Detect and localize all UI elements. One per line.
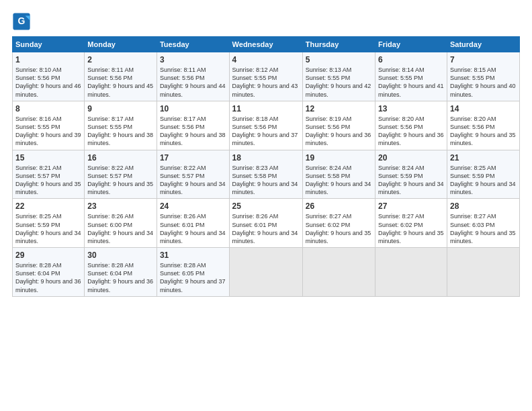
week-row-2: 8Sunrise: 8:16 AMSunset: 5:55 PMDaylight… <box>13 101 520 150</box>
calendar-cell: 11Sunrise: 8:18 AMSunset: 5:56 PMDayligh… <box>229 101 302 150</box>
calendar-cell: 18Sunrise: 8:23 AMSunset: 5:58 PMDayligh… <box>229 150 302 199</box>
header-cell-thursday: Thursday <box>302 37 375 52</box>
logo: G <box>12 12 34 31</box>
calendar-cell <box>447 248 519 297</box>
calendar-cell: 13Sunrise: 8:20 AMSunset: 5:56 PMDayligh… <box>375 101 447 150</box>
day-number: 4 <box>232 54 300 65</box>
sunrise: Sunrise: 8:28 AM <box>160 262 206 269</box>
calendar-cell: 6Sunrise: 8:14 AMSunset: 5:55 PMDaylight… <box>375 52 447 101</box>
week-row-4: 22Sunrise: 8:25 AMSunset: 5:59 PMDayligh… <box>13 199 520 248</box>
calendar-cell: 4Sunrise: 8:12 AMSunset: 5:55 PMDaylight… <box>229 52 302 101</box>
sunset: Sunset: 5:56 PM <box>160 75 205 81</box>
sunrise: Sunrise: 8:26 AM <box>87 213 134 220</box>
header-cell-friday: Friday <box>375 37 447 52</box>
daylight: Daylight: 9 hours and 34 minutes. <box>450 181 516 195</box>
sunset: Sunset: 5:55 PM <box>378 75 423 81</box>
day-number: 8 <box>15 103 81 114</box>
sunrise: Sunrise: 8:20 AM <box>450 116 496 122</box>
header-cell-tuesday: Tuesday <box>157 37 229 52</box>
daylight: Daylight: 9 hours and 36 minutes. <box>306 132 371 146</box>
daylight: Daylight: 9 hours and 35 minutes. <box>378 230 444 244</box>
sunset: Sunset: 6:05 PM <box>160 270 205 277</box>
sunrise: Sunrise: 8:25 AM <box>450 165 496 171</box>
day-number: 15 <box>15 152 81 163</box>
daylight: Daylight: 9 hours and 34 minutes. <box>232 181 298 195</box>
daylight: Daylight: 9 hours and 43 minutes. <box>232 83 298 97</box>
sunrise: Sunrise: 8:26 AM <box>232 213 279 220</box>
daylight: Daylight: 9 hours and 34 minutes. <box>15 230 81 244</box>
calendar-cell: 9Sunrise: 8:17 AMSunset: 5:55 PMDaylight… <box>85 101 157 150</box>
calendar-cell: 28Sunrise: 8:27 AMSunset: 6:03 PMDayligh… <box>447 199 519 248</box>
daylight: Daylight: 9 hours and 36 minutes. <box>15 278 81 293</box>
calendar-cell: 12Sunrise: 8:19 AMSunset: 5:56 PMDayligh… <box>302 101 375 150</box>
day-number: 16 <box>87 152 154 163</box>
calendar-cell: 16Sunrise: 8:22 AMSunset: 5:57 PMDayligh… <box>85 150 157 199</box>
sunrise: Sunrise: 8:26 AM <box>160 213 206 220</box>
sunrise: Sunrise: 8:24 AM <box>378 165 425 171</box>
sunset: Sunset: 6:01 PM <box>232 222 277 228</box>
calendar-table: SundayMondayTuesdayWednesdayThursdayFrid… <box>12 36 520 297</box>
sunrise: Sunrise: 8:22 AM <box>87 165 134 171</box>
day-number: 27 <box>378 201 444 212</box>
daylight: Daylight: 9 hours and 35 minutes. <box>450 230 516 244</box>
daylight: Daylight: 9 hours and 34 minutes. <box>306 181 371 195</box>
sunset: Sunset: 5:56 PM <box>87 75 132 81</box>
day-number: 6 <box>378 54 444 65</box>
calendar-cell: 1Sunrise: 8:10 AMSunset: 5:56 PMDaylight… <box>13 52 85 101</box>
calendar-cell: 14Sunrise: 8:20 AMSunset: 5:56 PMDayligh… <box>447 101 519 150</box>
day-number: 5 <box>306 54 372 65</box>
daylight: Daylight: 9 hours and 42 minutes. <box>306 83 371 97</box>
sunset: Sunset: 5:57 PM <box>87 173 132 179</box>
sunset: Sunset: 5:56 PM <box>450 124 495 130</box>
calendar-cell: 8Sunrise: 8:16 AMSunset: 5:55 PMDaylight… <box>13 101 85 150</box>
sunrise: Sunrise: 8:12 AM <box>232 66 279 73</box>
day-number: 25 <box>232 201 300 212</box>
sunrise: Sunrise: 8:21 AM <box>15 165 62 171</box>
calendar-cell: 17Sunrise: 8:22 AMSunset: 5:57 PMDayligh… <box>157 150 229 199</box>
sunrise: Sunrise: 8:16 AM <box>15 116 62 122</box>
calendar-cell: 21Sunrise: 8:25 AMSunset: 5:59 PMDayligh… <box>447 150 519 199</box>
sunrise: Sunrise: 8:27 AM <box>450 213 496 220</box>
week-row-3: 15Sunrise: 8:21 AMSunset: 5:57 PMDayligh… <box>13 150 520 199</box>
daylight: Daylight: 9 hours and 44 minutes. <box>160 83 226 97</box>
sunrise: Sunrise: 8:25 AM <box>15 213 62 220</box>
sunset: Sunset: 6:04 PM <box>15 270 60 277</box>
week-row-1: 1Sunrise: 8:10 AMSunset: 5:56 PMDaylight… <box>13 52 520 101</box>
daylight: Daylight: 9 hours and 38 minutes. <box>160 132 226 146</box>
sunset: Sunset: 5:58 PM <box>232 173 277 179</box>
day-number: 22 <box>15 201 81 212</box>
daylight: Daylight: 9 hours and 40 minutes. <box>450 83 516 97</box>
sunrise: Sunrise: 8:28 AM <box>15 262 62 269</box>
calendar-cell <box>302 248 375 297</box>
calendar-cell: 10Sunrise: 8:17 AMSunset: 5:56 PMDayligh… <box>157 101 229 150</box>
day-number: 7 <box>450 54 517 65</box>
sunrise: Sunrise: 8:27 AM <box>306 213 352 220</box>
sunset: Sunset: 5:55 PM <box>87 124 132 130</box>
sunset: Sunset: 5:56 PM <box>232 124 277 130</box>
sunset: Sunset: 6:01 PM <box>160 222 205 228</box>
sunset: Sunset: 5:58 PM <box>306 173 351 179</box>
day-number: 31 <box>160 250 226 261</box>
calendar-cell: 20Sunrise: 8:24 AMSunset: 5:59 PMDayligh… <box>375 150 447 199</box>
sunset: Sunset: 5:59 PM <box>378 173 423 179</box>
daylight: Daylight: 9 hours and 34 minutes. <box>232 230 298 244</box>
sunrise: Sunrise: 8:14 AM <box>378 66 425 73</box>
day-number: 12 <box>306 103 372 114</box>
sunrise: Sunrise: 8:23 AM <box>232 165 279 171</box>
header: G <box>12 12 520 31</box>
calendar-cell: 30Sunrise: 8:28 AMSunset: 6:04 PMDayligh… <box>85 248 157 297</box>
day-number: 26 <box>306 201 372 212</box>
sunrise: Sunrise: 8:13 AM <box>306 66 352 73</box>
sunrise: Sunrise: 8:24 AM <box>306 165 352 171</box>
calendar-cell <box>375 248 447 297</box>
sunset: Sunset: 5:57 PM <box>160 173 205 179</box>
calendar-cell: 24Sunrise: 8:26 AMSunset: 6:01 PMDayligh… <box>157 199 229 248</box>
day-number: 14 <box>450 103 517 114</box>
header-row: SundayMondayTuesdayWednesdayThursdayFrid… <box>13 37 520 52</box>
sunrise: Sunrise: 8:28 AM <box>87 262 134 269</box>
calendar-cell: 22Sunrise: 8:25 AMSunset: 5:59 PMDayligh… <box>13 199 85 248</box>
week-row-5: 29Sunrise: 8:28 AMSunset: 6:04 PMDayligh… <box>13 248 520 297</box>
day-number: 21 <box>450 152 517 163</box>
daylight: Daylight: 9 hours and 35 minutes. <box>450 132 516 146</box>
day-number: 13 <box>378 103 444 114</box>
